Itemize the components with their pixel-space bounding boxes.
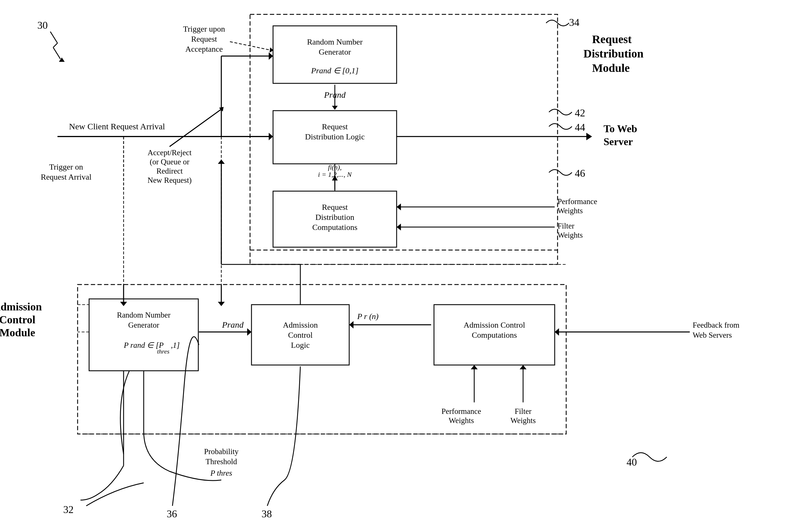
trigger-acceptance-label: Trigger upon xyxy=(183,24,225,33)
svg-text:Control: Control xyxy=(0,314,35,326)
svg-text:Module: Module xyxy=(0,326,35,339)
ref-30: 30 xyxy=(37,20,48,31)
feedback-label: Feedback from xyxy=(693,321,740,329)
new-client-request-label: New Client Request Arrival xyxy=(69,121,165,131)
svg-text:Request: Request xyxy=(191,35,217,43)
acl-label: Admission xyxy=(283,321,318,329)
rng1-label: Random Number xyxy=(307,37,363,46)
to-web-server-label: To Web xyxy=(604,123,637,134)
svg-line-0 xyxy=(50,32,57,43)
svg-text:Weights: Weights xyxy=(511,416,536,425)
svg-line-1 xyxy=(53,43,57,48)
svg-text:Weights: Weights xyxy=(557,231,583,240)
prn-label: P r (n) xyxy=(357,312,379,321)
svg-marker-18 xyxy=(586,133,592,140)
svg-rect-46 xyxy=(89,299,198,371)
svg-text:Computations: Computations xyxy=(472,330,517,339)
svg-text:,1]: ,1] xyxy=(171,341,180,349)
prob-threshold-label: Probability xyxy=(204,447,239,456)
prand2-label: Prand xyxy=(222,320,244,329)
rdl-label: Request xyxy=(322,122,348,131)
svg-text:Generator: Generator xyxy=(128,321,159,329)
svg-text:Threshold: Threshold xyxy=(206,457,237,466)
trigger-arrival-label: Trigger on xyxy=(49,163,83,171)
prand-range1: Prand ∈ [0,1] xyxy=(311,66,359,75)
svg-text:Computations: Computations xyxy=(312,223,357,232)
ref-42: 42 xyxy=(575,107,585,119)
svg-text:Weights: Weights xyxy=(449,416,474,425)
svg-text:thres: thres xyxy=(157,348,169,355)
svg-line-2 xyxy=(53,48,60,59)
diagram-svg: 30 34 Request Distribution Module Random… xyxy=(0,0,801,532)
ref-36: 36 xyxy=(167,508,177,520)
perf-weights2-label: Performance xyxy=(441,407,481,416)
acc-label: Admission Control xyxy=(463,321,525,329)
ref-32: 32 xyxy=(63,504,74,515)
ref-34: 34 xyxy=(569,17,579,28)
diagram: 30 34 Request Distribution Module Random… xyxy=(0,0,801,532)
filter-weights1-label: Filter xyxy=(557,222,574,230)
svg-marker-85 xyxy=(218,159,225,164)
ref-38: 38 xyxy=(262,508,272,520)
svg-text:Logic: Logic xyxy=(291,341,309,349)
svg-text:New Request): New Request) xyxy=(148,176,192,185)
svg-text:Redirect: Redirect xyxy=(156,167,183,175)
svg-text:Distribution: Distribution xyxy=(315,213,354,222)
perf-weights1-label: Performance xyxy=(557,197,597,206)
acm-label: Admission xyxy=(0,301,42,313)
svg-text:Module: Module xyxy=(592,61,630,74)
ref-44: 44 xyxy=(575,121,585,133)
svg-text:Weights: Weights xyxy=(557,206,583,215)
svg-text:Web Servers: Web Servers xyxy=(693,331,732,339)
rdc-label: Request xyxy=(322,203,348,211)
ref-40: 40 xyxy=(627,456,637,468)
request-distribution-module-label: Request xyxy=(592,33,632,46)
pthres-label: P thres xyxy=(210,469,232,477)
svg-line-41 xyxy=(170,109,221,147)
svg-text:Server: Server xyxy=(604,136,633,148)
ref-46: 46 xyxy=(575,168,585,179)
svg-text:Control: Control xyxy=(288,330,313,339)
rng2-label: Random Number xyxy=(117,311,171,319)
svg-text:Distribution Logic: Distribution Logic xyxy=(305,132,365,141)
svg-text:(or Queue or: (or Queue or xyxy=(150,157,189,166)
svg-text:Request Arrival: Request Arrival xyxy=(41,172,92,182)
svg-text:Acceptance: Acceptance xyxy=(185,44,223,54)
svg-text:Distribution: Distribution xyxy=(584,47,644,60)
accept-reject-label: Accept/Reject xyxy=(148,148,192,157)
filter-weights2-label: Filter xyxy=(515,407,532,416)
svg-text:Generator: Generator xyxy=(319,48,351,56)
